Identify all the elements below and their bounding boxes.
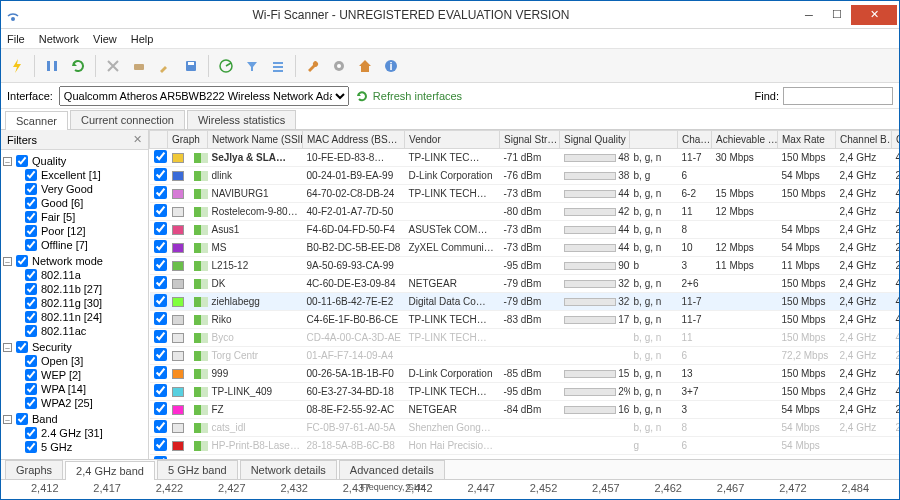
table-row[interactable]: RikoC4-6E-1F-B0-B6-CETP-LINK TECH…-83 dB… <box>150 311 900 329</box>
tree-expand-icon[interactable]: – <box>3 257 12 266</box>
tab-24ghz[interactable]: 2,4 GHz band <box>65 461 155 480</box>
tree-expand-icon[interactable]: – <box>3 415 12 424</box>
interface-select[interactable]: Qualcomm Atheros AR5BWB222 Wireless Netw… <box>59 86 349 106</box>
filter-item-checkbox[interactable] <box>25 211 37 223</box>
table-row[interactable]: zeni2A0-F3-C1-11-93-28TP-LINK TECH…-90 d… <box>150 455 900 460</box>
tree-expand-icon[interactable]: – <box>3 343 12 352</box>
filter-item-checkbox[interactable] <box>25 441 37 453</box>
menu-help[interactable]: Help <box>131 33 154 45</box>
home-icon[interactable] <box>353 54 377 78</box>
table-row[interactable]: Rostelecom-9-80…40-F2-01-A7-7D-50-80 dBm… <box>150 203 900 221</box>
filter-item-checkbox[interactable] <box>25 283 37 295</box>
table-row[interactable]: dlink00-24-01-B9-EA-99D-Link Corporation… <box>150 167 900 185</box>
table-row[interactable]: BycoCD-4A-00-CA-3D-AETP-LINK TECH…b, g, … <box>150 329 900 347</box>
row-checkbox[interactable] <box>154 402 167 415</box>
save-icon[interactable] <box>179 54 203 78</box>
brush-icon[interactable] <box>153 54 177 78</box>
filter-item-checkbox[interactable] <box>25 225 37 237</box>
table-row[interactable]: Asus1F4-6D-04-FD-50-F4ASUSTek COM…-73 dB… <box>150 221 900 239</box>
tab-wireless-statistics[interactable]: Wireless statistics <box>187 110 296 129</box>
delete-icon[interactable] <box>101 54 125 78</box>
row-checkbox[interactable] <box>154 330 167 343</box>
filter-item-checkbox[interactable] <box>25 325 37 337</box>
find-input[interactable] <box>783 87 893 105</box>
filter-group-checkbox[interactable] <box>16 255 28 267</box>
refresh-interfaces-link[interactable]: Refresh interfaces <box>355 89 462 103</box>
table-row[interactable]: L215-129A-50-69-93-CA-99-95 dBm 90%b311 … <box>150 257 900 275</box>
table-row[interactable]: SeJlya & SLA…10-FE-ED-83-8…TP-LINK TEC…-… <box>150 149 900 167</box>
filter-item-label: Very Good <box>41 183 93 195</box>
filter-item-checkbox[interactable] <box>25 369 37 381</box>
filter-item-checkbox[interactable] <box>25 239 37 251</box>
table-row[interactable]: Torg Centr01-AF-F7-14-09-A4b, g, n672,2 … <box>150 347 900 365</box>
row-checkbox[interactable] <box>154 384 167 397</box>
row-checkbox[interactable] <box>154 294 167 307</box>
pause-icon[interactable] <box>40 54 64 78</box>
filter-item-checkbox[interactable] <box>25 383 37 395</box>
filter-item-checkbox[interactable] <box>25 311 37 323</box>
signal-bars-icon <box>194 405 208 415</box>
tab-advanced-details[interactable]: Advanced details <box>339 460 445 479</box>
row-checkbox[interactable] <box>154 456 167 459</box>
gear-icon[interactable] <box>327 54 351 78</box>
row-checkbox[interactable] <box>154 258 167 271</box>
network-grid[interactable]: GraphNetwork Name (SSID)MAC Address (BS…… <box>149 130 899 459</box>
maximize-button[interactable]: ☐ <box>823 5 851 25</box>
filter-icon[interactable] <box>240 54 264 78</box>
table-row[interactable]: TP-LINK_40960-E3-27-34-BD-18TP-LINK TECH… <box>150 383 900 401</box>
menu-view[interactable]: View <box>93 33 117 45</box>
tab-5ghz[interactable]: 5 GHz band <box>157 460 238 479</box>
row-checkbox[interactable] <box>154 204 167 217</box>
filter-group-checkbox[interactable] <box>16 155 28 167</box>
table-row[interactable]: cats_idlFC-0B-97-61-A0-5AShenzhen Gong…b… <box>150 419 900 437</box>
row-checkbox[interactable] <box>154 420 167 433</box>
minimize-button[interactable]: ─ <box>795 5 823 25</box>
filter-item-checkbox[interactable] <box>25 397 37 409</box>
menu-file[interactable]: File <box>7 33 25 45</box>
filter-item-checkbox[interactable] <box>25 169 37 181</box>
close-button[interactable]: ✕ <box>851 5 897 25</box>
table-row[interactable]: ziehlabegg00-11-6B-42-7E-E2Digital Data … <box>150 293 900 311</box>
row-checkbox[interactable] <box>154 276 167 289</box>
radar-icon[interactable] <box>214 54 238 78</box>
tab-graphs[interactable]: Graphs <box>5 460 63 479</box>
row-checkbox[interactable] <box>154 438 167 451</box>
signal-bars-icon <box>194 297 208 307</box>
filter-item-checkbox[interactable] <box>25 197 37 209</box>
tab-network-details[interactable]: Network details <box>240 460 337 479</box>
svg-point-0 <box>11 17 15 21</box>
row-checkbox[interactable] <box>154 366 167 379</box>
row-checkbox[interactable] <box>154 348 167 361</box>
menu-network[interactable]: Network <box>39 33 79 45</box>
filter-item-checkbox[interactable] <box>25 183 37 195</box>
connect-icon[interactable] <box>127 54 151 78</box>
filter-item-checkbox[interactable] <box>25 269 37 281</box>
tab-scanner[interactable]: Scanner <box>5 111 68 130</box>
list-icon[interactable] <box>266 54 290 78</box>
filter-group-checkbox[interactable] <box>16 341 28 353</box>
info-icon[interactable]: i <box>379 54 403 78</box>
row-checkbox[interactable] <box>154 168 167 181</box>
wrench-icon[interactable] <box>301 54 325 78</box>
table-row[interactable]: FZ08-8E-F2-55-92-ACNETGEAR-84 dBm 16%b, … <box>150 401 900 419</box>
table-row[interactable]: NAVIBURG164-70-02-C8-DB-24TP-LINK TECH…-… <box>150 185 900 203</box>
table-row[interactable]: HP-Print-B8-Lase…28-18-5A-8B-6C-B8Hon Ha… <box>150 437 900 455</box>
refresh-icon[interactable] <box>66 54 90 78</box>
table-row[interactable]: DK4C-60-DE-E3-09-84NETGEAR-79 dBm 32%b, … <box>150 275 900 293</box>
tree-expand-icon[interactable]: – <box>3 157 12 166</box>
filters-close-icon[interactable]: ✕ <box>133 133 142 146</box>
filter-item-checkbox[interactable] <box>25 297 37 309</box>
color-swatch <box>172 315 184 325</box>
row-checkbox[interactable] <box>154 240 167 253</box>
filter-item-checkbox[interactable] <box>25 427 37 439</box>
row-checkbox[interactable] <box>154 186 167 199</box>
tab-current-connection[interactable]: Current connection <box>70 110 185 129</box>
row-checkbox[interactable] <box>154 150 167 163</box>
filter-group-checkbox[interactable] <box>16 413 28 425</box>
table-row[interactable]: 99900-26-5A-1B-1B-F0D-Link Corporation-8… <box>150 365 900 383</box>
row-checkbox[interactable] <box>154 222 167 235</box>
lightning-icon[interactable] <box>5 54 29 78</box>
row-checkbox[interactable] <box>154 312 167 325</box>
filter-item-checkbox[interactable] <box>25 355 37 367</box>
table-row[interactable]: MSB0-B2-DC-5B-EE-D8ZyXEL Communi…-73 dBm… <box>150 239 900 257</box>
